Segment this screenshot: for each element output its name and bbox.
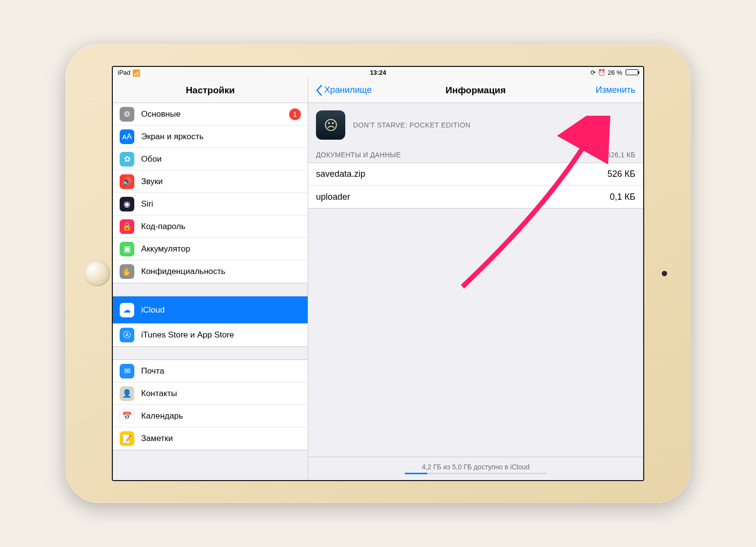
- file-size: 0,1 КБ: [610, 192, 635, 202]
- row-label: Обои: [141, 154, 301, 164]
- sidebar-item-контакты[interactable]: 👤Контакты: [113, 382, 308, 405]
- row-label: Контакты: [141, 389, 301, 399]
- row-label: Почта: [141, 366, 301, 376]
- sidebar-item-экран-и-яркость[interactable]: ᴀAЭкран и яркость: [113, 126, 308, 148]
- sidebar-item-календарь[interactable]: 📅Календарь: [113, 405, 308, 427]
- file-row[interactable]: uploader0,1 КБ: [308, 186, 643, 208]
- storage-progress: [405, 473, 546, 474]
- settings-sidebar: Настройки ⚙Основные1ᴀAЭкран и яркость✿Об…: [113, 78, 308, 480]
- sidebar-item-обои[interactable]: ✿Обои: [113, 148, 308, 170]
- row-icon: 📅: [120, 409, 134, 423]
- section-header-size: 526,1 КБ: [607, 151, 635, 159]
- file-size: 526 КБ: [608, 169, 635, 179]
- home-button[interactable]: [84, 260, 110, 287]
- row-label: Звуки: [141, 177, 301, 187]
- row-label: iTunes Store и App Store: [141, 330, 301, 340]
- row-badge: 1: [289, 108, 301, 120]
- sidebar-item-siri[interactable]: ◉Siri: [113, 193, 308, 215]
- nav-title: Информация: [308, 85, 643, 96]
- sidebar-item-основные[interactable]: ⚙Основные1: [113, 103, 308, 126]
- row-icon: ▣: [120, 242, 134, 256]
- sidebar-item-почта[interactable]: ✉Почта: [113, 360, 308, 382]
- row-label: iCloud: [141, 305, 301, 315]
- section-header: ДОКУМЕНТЫ И ДАННЫЕ 526,1 КБ: [308, 147, 643, 163]
- row-icon: ᴀA: [120, 129, 134, 144]
- row-icon: 🔊: [120, 174, 134, 189]
- ipad-frame: iPad 📶 13:24 ⟳ ⏰ 26 % Настройки ⚙Основны…: [65, 44, 691, 503]
- row-icon: 🔒: [120, 219, 134, 234]
- row-icon: 👤: [120, 386, 134, 401]
- detail-pane: Хранилище Информация Изменить ☹ DON'T ST…: [308, 78, 643, 480]
- row-icon: ✉: [120, 364, 134, 379]
- row-label: Код-пароль: [141, 222, 301, 231]
- screen: iPad 📶 13:24 ⟳ ⏰ 26 % Настройки ⚙Основны…: [112, 66, 644, 481]
- file-name: uploader: [316, 192, 350, 202]
- sidebar-item-звуки[interactable]: 🔊Звуки: [113, 170, 308, 193]
- sidebar-item-код-пароль[interactable]: 🔒Код-пароль: [113, 215, 308, 238]
- sidebar-item-itunes-store-и-app-store[interactable]: ⒶiTunes Store и App Store: [113, 324, 308, 346]
- sidebar-item-icloud[interactable]: ☁iCloud: [113, 296, 308, 324]
- file-row[interactable]: savedata.zip526 КБ: [308, 163, 643, 186]
- app-header: ☹ DON'T STARVE: POCKET EDITION: [308, 103, 643, 147]
- row-label: Экран и яркость: [141, 132, 301, 142]
- status-bar: iPad 📶 13:24 ⟳ ⏰ 26 %: [113, 67, 643, 78]
- front-camera: [662, 271, 667, 276]
- sidebar-title: Настройки: [113, 78, 308, 103]
- file-list: savedata.zip526 КБuploader0,1 КБ: [308, 163, 643, 209]
- status-time: 13:24: [113, 69, 643, 76]
- row-label: Основные: [141, 109, 289, 119]
- battery-icon: [626, 69, 638, 75]
- row-icon: Ⓐ: [120, 328, 134, 342]
- storage-footer-label: 4,2 ГБ из 5,0 ГБ доступно в iCloud: [422, 463, 530, 471]
- app-name: DON'T STARVE: POCKET EDITION: [353, 121, 470, 129]
- nav-bar: Хранилище Информация Изменить: [308, 78, 643, 103]
- row-icon: ⚙: [120, 107, 134, 122]
- row-label: Siri: [141, 199, 301, 209]
- row-icon: ✿: [120, 152, 134, 167]
- sidebar-item-конфиденциальность[interactable]: ✋Конфиденциальность: [113, 260, 308, 283]
- row-label: Аккумулятор: [141, 244, 301, 254]
- row-icon: 📝: [120, 431, 134, 446]
- sidebar-item-аккумулятор[interactable]: ▣Аккумулятор: [113, 238, 308, 260]
- storage-footer: 4,2 ГБ из 5,0 ГБ доступно в iCloud: [308, 457, 643, 480]
- app-icon: ☹: [316, 110, 345, 140]
- row-icon: ◉: [120, 197, 134, 211]
- file-name: savedata.zip: [316, 169, 365, 179]
- row-icon: ✋: [120, 264, 134, 279]
- row-label: Календарь: [141, 411, 301, 421]
- row-label: Заметки: [141, 434, 301, 443]
- sidebar-item-заметки[interactable]: 📝Заметки: [113, 427, 308, 450]
- row-icon: ☁: [120, 303, 134, 317]
- section-header-label: ДОКУМЕНТЫ И ДАННЫЕ: [316, 151, 401, 159]
- row-label: Конфиденциальность: [141, 267, 301, 276]
